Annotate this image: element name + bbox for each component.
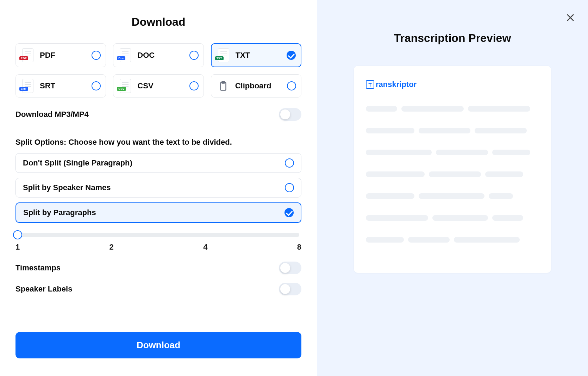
placeholder-line (436, 150, 488, 155)
format-label: CSV (137, 81, 184, 90)
placeholder-line (475, 128, 527, 133)
timestamps-label: Timestamps (15, 263, 61, 272)
split-option-label: Split by Paragraphs (23, 208, 96, 217)
clipboard-icon (216, 79, 230, 93)
download-button[interactable]: Download (15, 332, 301, 358)
format-option-pdf[interactable]: PDFPDF (15, 43, 106, 67)
placeholder-line (492, 150, 530, 155)
format-label: TXT (236, 51, 282, 60)
format-radio[interactable] (189, 81, 199, 90)
slider-tick: 8 (297, 243, 301, 252)
split-option-label: Don't Split (Single Paragraph) (23, 158, 132, 168)
placeholder-line (419, 193, 484, 199)
split-section-label: Split Options: Choose how you want the t… (15, 138, 301, 147)
placeholder-line (432, 215, 488, 221)
paragraph-slider[interactable] (18, 233, 299, 237)
format-radio[interactable] (287, 51, 296, 60)
format-option-srt[interactable]: SRTSRT (15, 74, 106, 98)
preview-title: Transcription Preview (394, 32, 511, 45)
format-label: DOC (137, 51, 184, 60)
split-radio[interactable] (285, 183, 294, 192)
speakers-label: Speaker Labels (15, 284, 72, 294)
speaker-labels-toggle[interactable] (279, 283, 301, 295)
format-radio[interactable] (92, 51, 101, 60)
brand-logo-icon: T (366, 80, 374, 89)
placeholder-line (366, 193, 414, 199)
format-label: PDF (40, 51, 87, 60)
split-option-label: Split by Speaker Names (23, 183, 111, 192)
format-option-doc[interactable]: DocDOC (113, 43, 204, 67)
file-icon: CSV (118, 79, 132, 93)
format-option-csv[interactable]: CSVCSV (113, 74, 204, 98)
file-icon: PDF (21, 48, 35, 62)
slider-tick: 1 (15, 243, 20, 252)
placeholder-line (485, 171, 523, 177)
placeholder-line (366, 150, 432, 155)
file-icon: Doc (118, 48, 132, 62)
placeholder-line (401, 106, 464, 112)
mp3mp4-label: Download MP3/MP4 (15, 110, 89, 119)
format-radio[interactable] (287, 81, 296, 90)
preview-panel: Transcription Preview Transkriptor (317, 0, 588, 376)
placeholder-line (408, 237, 450, 243)
placeholder-line (366, 171, 425, 177)
timestamps-toggle[interactable] (279, 262, 301, 274)
format-option-clipboard[interactable]: Clipboard (211, 74, 301, 98)
format-grid: PDFPDFDocDOCTXTTXTSRTSRTCSVCSVClipboard (15, 43, 301, 98)
placeholder-content (366, 106, 539, 243)
file-icon: TXT (217, 48, 231, 62)
format-label: SRT (40, 81, 87, 90)
brand-logo: Transkriptor (366, 80, 539, 89)
placeholder-line (454, 237, 520, 243)
slider-tick: 2 (110, 243, 114, 252)
placeholder-line (366, 237, 404, 243)
split-option-speaker[interactable]: Split by Speaker Names (15, 178, 301, 198)
placeholder-line (489, 193, 513, 199)
mp3mp4-row: Download MP3/MP4 (15, 108, 301, 121)
format-option-txt[interactable]: TXTTXT (211, 43, 301, 67)
format-radio[interactable] (92, 81, 101, 90)
download-title: Download (15, 15, 301, 29)
placeholder-line (419, 128, 471, 133)
placeholder-line (492, 215, 524, 221)
preview-card: Transkriptor (354, 66, 551, 273)
file-icon: SRT (21, 79, 35, 93)
placeholder-line (366, 106, 397, 112)
placeholder-line (429, 171, 481, 177)
format-label: Clipboard (235, 81, 282, 90)
mp3mp4-toggle[interactable] (279, 108, 301, 121)
placeholder-line (366, 128, 414, 133)
split-radio[interactable] (285, 158, 294, 168)
split-option-para[interactable]: Split by Paragraphs (15, 202, 301, 223)
brand-text: ranskriptor (376, 80, 417, 89)
timestamps-row: Timestamps (15, 262, 301, 274)
placeholder-line (468, 106, 530, 112)
slider-thumb[interactable] (13, 230, 22, 239)
split-options-list: Don't Split (Single Paragraph)Split by S… (15, 153, 301, 223)
split-option-none[interactable]: Don't Split (Single Paragraph) (15, 153, 301, 173)
split-radio[interactable] (284, 208, 294, 217)
slider-ticks: 1248 (15, 240, 301, 252)
speakers-row: Speaker Labels (15, 283, 301, 295)
format-radio[interactable] (189, 51, 199, 60)
placeholder-line (366, 215, 428, 221)
close-icon[interactable] (565, 13, 575, 23)
slider-tick: 4 (203, 243, 207, 252)
download-panel: Download PDFPDFDocDOCTXTTXTSRTSRTCSVCSVC… (0, 0, 317, 376)
